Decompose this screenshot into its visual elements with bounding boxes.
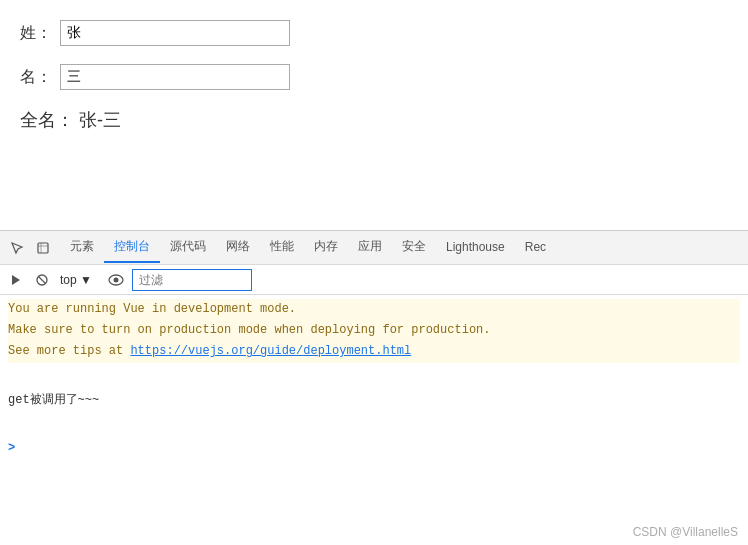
console-output: You are running Vue in development mode.… xyxy=(0,295,748,545)
fullname-display: 全名： 张-三 xyxy=(20,108,728,132)
ban-icon-btn[interactable] xyxy=(30,268,54,292)
last-name-label: 姓： xyxy=(20,23,52,44)
first-name-label: 名： xyxy=(20,67,52,88)
tab-recorder[interactable]: Rec xyxy=(515,234,556,262)
svg-point-5 xyxy=(113,277,118,282)
tab-security[interactable]: 安全 xyxy=(392,232,436,263)
tab-console[interactable]: 控制台 xyxy=(104,232,160,263)
devtools-panel: 元素 控制台 源代码 网络 性能 内存 应用 安全 xyxy=(0,230,748,545)
console-prompt-line: > xyxy=(8,438,740,459)
last-name-input[interactable] xyxy=(60,20,290,46)
svg-marker-1 xyxy=(12,275,20,285)
last-name-row: 姓： xyxy=(20,20,728,46)
devtools-tabs: 元素 控制台 源代码 网络 性能 内存 应用 安全 xyxy=(0,231,748,265)
main-content: 姓： 名： 全名： 张-三 xyxy=(0,0,748,230)
play-icon-btn[interactable] xyxy=(4,268,28,292)
top-context-select[interactable]: top ▼ xyxy=(56,271,96,289)
eye-icon-btn[interactable] xyxy=(104,268,128,292)
console-line-5: get被调用了~~~ xyxy=(8,390,740,411)
filter-input[interactable] xyxy=(132,269,252,291)
fullname-label: 全名： xyxy=(20,110,74,130)
devtools-toolbar: top ▼ xyxy=(0,265,748,295)
svg-line-3 xyxy=(39,276,46,283)
tab-lighthouse[interactable]: Lighthouse xyxy=(436,234,515,262)
tabs-list: 元素 控制台 源代码 网络 性能 内存 应用 安全 xyxy=(60,232,744,263)
tab-sources[interactable]: 源代码 xyxy=(160,232,216,263)
console-line-1: You are running Vue in development mode. xyxy=(8,299,740,320)
tab-icons-group xyxy=(4,235,56,261)
inspect-icon-btn[interactable] xyxy=(30,235,56,261)
watermark: CSDN @VillanelleS xyxy=(633,525,738,539)
svg-rect-0 xyxy=(38,243,48,253)
tab-memory[interactable]: 内存 xyxy=(304,232,348,263)
tab-elements[interactable]: 元素 xyxy=(60,232,104,263)
fullname-value: 张-三 xyxy=(79,110,121,130)
tab-application[interactable]: 应用 xyxy=(348,232,392,263)
tab-performance[interactable]: 性能 xyxy=(260,232,304,263)
cursor-icon-btn[interactable] xyxy=(4,235,30,261)
console-line-4 xyxy=(8,363,740,390)
first-name-row: 名： xyxy=(20,64,728,90)
tab-network[interactable]: 网络 xyxy=(216,232,260,263)
console-line-3: See more tips at https://vuejs.org/guide… xyxy=(8,341,740,362)
console-line-2: Make sure to turn on production mode whe… xyxy=(8,320,740,341)
console-prompt: > xyxy=(8,441,15,455)
deployment-link[interactable]: https://vuejs.org/guide/deployment.html xyxy=(130,344,411,358)
first-name-input[interactable] xyxy=(60,64,290,90)
console-line-6 xyxy=(8,411,740,438)
